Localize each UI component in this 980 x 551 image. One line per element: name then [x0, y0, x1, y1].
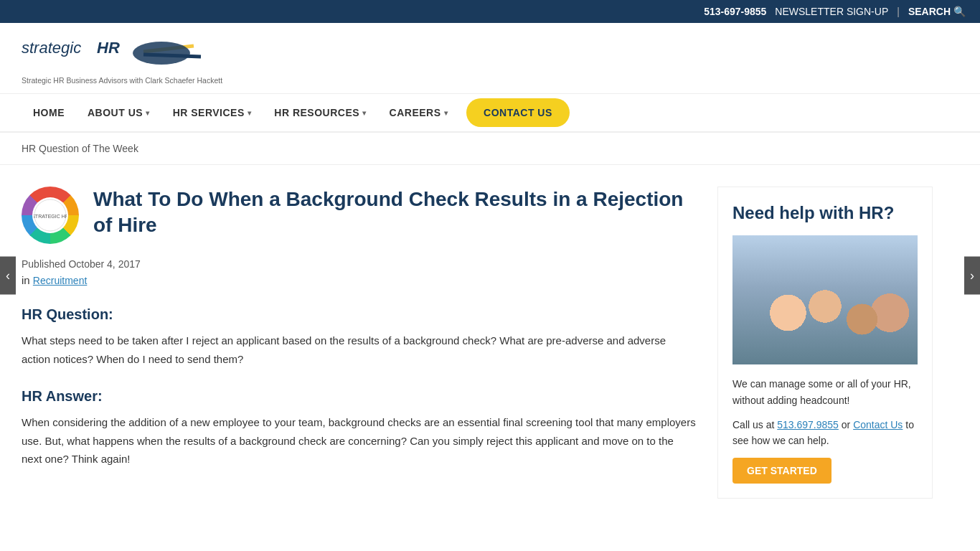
- sidebar: Need help with HR? We can manage some or…: [717, 187, 933, 499]
- top-bar-divider: |: [897, 6, 900, 17]
- logo[interactable]: strategic HR Strategic HR Business Advis…: [22, 32, 222, 85]
- newsletter-link[interactable]: NEWSLETTER SIGN-UP: [775, 6, 888, 17]
- chevron-down-icon: ▾: [248, 109, 252, 117]
- sidebar-contact-link[interactable]: Contact Us: [853, 419, 903, 430]
- top-bar-phone: 513-697-9855: [704, 6, 766, 17]
- nav-item-services[interactable]: HR SERVICES ▾: [161, 94, 263, 131]
- hr-team-image: [732, 235, 918, 364]
- chevron-down-icon: ▾: [444, 109, 448, 117]
- sidebar-phone-link[interactable]: 513.697.9855: [777, 419, 839, 430]
- sidebar-title: Need help with HR?: [732, 202, 918, 224]
- next-arrow[interactable]: ›: [964, 257, 980, 295]
- nav-item-careers[interactable]: CAREERS ▾: [378, 94, 459, 131]
- contact-us-button[interactable]: CONTACT US: [466, 98, 570, 127]
- question-heading: HR Question:: [22, 306, 696, 323]
- question-text: What steps need to be taken after I reje…: [22, 331, 696, 368]
- sidebar-image: [732, 235, 918, 364]
- nav-item-resources[interactable]: HR RESOURCES ▾: [263, 94, 377, 131]
- prev-arrow[interactable]: ‹: [0, 257, 16, 295]
- article-icon: STRATEGIC HR: [22, 187, 79, 244]
- category-link[interactable]: Recruitment: [33, 275, 87, 286]
- breadcrumb: HR Question of The Week: [0, 133, 980, 165]
- article-icon-inner: STRATEGIC HR: [32, 197, 68, 233]
- article-category: in Recruitment: [22, 274, 696, 286]
- chevron-down-icon: ▾: [362, 109, 367, 117]
- top-bar: 513-697-9855 NEWSLETTER SIGN-UP | SEARCH…: [0, 0, 980, 23]
- article-title: What To Do When a Background Check Resul…: [93, 187, 696, 239]
- article: STRATEGIC HR What To Do When a Backgroun…: [22, 187, 696, 499]
- sidebar-widget: Need help with HR? We can manage some or…: [717, 187, 933, 499]
- site-header: strategic HR Strategic HR Business Advis…: [0, 23, 980, 94]
- svg-text:strategic: strategic: [22, 39, 81, 57]
- answer-text: When considering the addition of a new e…: [22, 413, 696, 468]
- svg-point-2: [133, 42, 190, 65]
- main-content: STRATEGIC HR What To Do When a Backgroun…: [0, 165, 980, 520]
- logo-text: strategic HR: [22, 32, 222, 74]
- search-button[interactable]: SEARCH 🔍: [908, 6, 966, 17]
- article-meta: Published October 4, 2017: [22, 258, 696, 270]
- nav-item-home[interactable]: HOME: [22, 94, 76, 131]
- svg-text:STRATEGIC HR: STRATEGIC HR: [34, 214, 67, 219]
- search-icon: 🔍: [953, 6, 966, 17]
- nav-item-about[interactable]: ABOUT US ▾: [76, 94, 161, 131]
- svg-text:HR: HR: [97, 39, 120, 57]
- sidebar-text1: We can manage some or all of your HR, wi…: [732, 376, 918, 408]
- logo-tagline: Strategic HR Business Advisors with Clar…: [22, 76, 222, 85]
- main-nav: HOME ABOUT US ▾ HR SERVICES ▾ HR RESOURC…: [0, 94, 980, 133]
- chevron-down-icon: ▾: [146, 109, 150, 117]
- sidebar-text2: Call us at 513.697.9855 or Contact Us to…: [732, 417, 918, 449]
- get-started-button[interactable]: GET STARTED: [732, 458, 831, 484]
- article-header: STRATEGIC HR What To Do When a Backgroun…: [22, 187, 696, 244]
- answer-heading: HR Answer:: [22, 388, 696, 405]
